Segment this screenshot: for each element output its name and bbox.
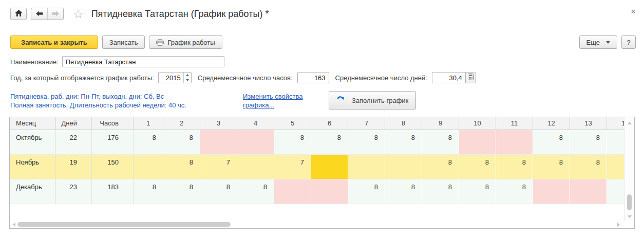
day-cell[interactable]: 8 [163,179,200,204]
table-row-Октябрь: Октябрь22176888888888 [10,130,624,155]
days-count-cell[interactable]: 22 [56,130,92,155]
day-cell[interactable]: 8 [200,179,237,204]
day-cell[interactable]: 8 [570,130,607,155]
history-nav [31,8,64,20]
day-cell[interactable] [311,179,348,204]
fill-schedule-button[interactable]: Заполнить график [329,91,416,110]
scroll-right-icon[interactable] [617,223,620,227]
grid-empty-area [10,204,624,221]
day-cell[interactable]: 8 [570,155,607,179]
name-input[interactable]: Пятидневка Татарстан [62,56,224,67]
column-header-day-3[interactable]: 3 [200,117,237,130]
column-header-day-14[interactable]: 14 [607,117,624,130]
column-header-day-7[interactable]: 7 [348,117,385,130]
scroll-left-icon[interactable] [13,223,15,227]
year-spin-down-button[interactable] [184,78,191,83]
vertical-scroll-thumb[interactable] [627,194,632,210]
days-count-cell[interactable]: 19 [56,155,92,179]
help-button[interactable]: ? [621,35,636,49]
day-cell[interactable]: 8 [163,130,200,155]
day-cell[interactable]: 8 [422,179,459,204]
day-cell[interactable] [237,130,274,155]
day-cell[interactable]: 8 [348,179,385,204]
day-cell[interactable]: 8 [348,130,385,155]
day-cell[interactable]: 8 [533,155,570,179]
save-button[interactable]: Записать [102,35,145,49]
day-cell[interactable] [607,130,624,155]
scroll-down-icon[interactable] [628,215,632,218]
column-header-day-12[interactable]: 12 [533,117,570,130]
day-cell[interactable] [385,155,422,179]
month-cell[interactable]: Ноябрь [10,155,56,179]
column-header-day-5[interactable]: 5 [274,117,311,130]
day-cell[interactable]: 8 [311,130,348,155]
day-cell[interactable] [200,130,237,155]
hours-count-cell[interactable]: 150 [92,155,134,179]
hours-count-cell[interactable]: 183 [92,179,134,204]
day-cell[interactable]: 8 [134,130,163,155]
day-cell[interactable] [237,155,274,179]
days-count-cell[interactable]: 23 [56,179,92,204]
day-cell[interactable] [607,155,624,179]
scroll-up-icon[interactable] [628,122,632,124]
column-header-day-1[interactable]: 1 [134,117,163,130]
column-header-day-2[interactable]: 2 [163,117,200,130]
day-cell[interactable]: 7 [274,155,311,179]
day-cell[interactable]: 8 [459,155,496,179]
year-value[interactable]: 2015 [159,72,183,83]
day-cell[interactable]: 8 [533,130,570,155]
vertical-scrollbar[interactable] [624,117,634,221]
column-header-day-13[interactable]: 13 [570,117,607,130]
column-header-day-9[interactable]: 9 [422,117,459,130]
day-cell[interactable]: 7 [200,155,237,179]
more-button[interactable]: Еще [579,35,617,49]
day-cell[interactable]: 8 [496,179,533,204]
day-cell[interactable]: 8 [385,179,422,204]
day-cell[interactable]: 8 [237,179,274,204]
day-cell[interactable] [607,179,624,204]
column-header-day-8[interactable]: 8 [385,117,422,130]
title-bar: ☆ Пятидневка Татарстан (График работы) * [10,7,623,21]
day-cell[interactable] [274,179,311,204]
year-input[interactable]: 2015 [158,72,192,83]
save-close-button[interactable]: Записать и закрыть [10,35,98,49]
calculate-button[interactable] [466,72,476,83]
day-cell[interactable]: 8 [134,179,163,204]
back-button[interactable] [31,8,47,20]
hours-count-cell[interactable]: 176 [92,130,134,155]
print-schedule-button[interactable]: График работы [149,35,222,49]
day-cell[interactable] [496,130,533,155]
column-header-hours[interactable]: Часов [92,117,134,130]
avg-days-input[interactable]: 30,4 [432,72,466,83]
day-cell[interactable]: 8 [459,179,496,204]
edit-properties-link[interactable]: Изменить свойства графика... [243,92,325,110]
day-cell[interactable] [570,179,607,204]
day-cell[interactable]: 8 [274,130,311,155]
favorite-star-icon[interactable]: ☆ [73,8,84,20]
column-header-day-6[interactable]: 6 [311,117,348,130]
day-cell[interactable] [459,130,496,155]
day-cell[interactable]: 8 [422,130,459,155]
column-header-day-10[interactable]: 10 [459,117,496,130]
avg-hours-input[interactable]: 163 [297,72,329,83]
day-cell[interactable] [348,155,385,179]
day-cell[interactable]: 8 [496,155,533,179]
home-button[interactable] [10,8,27,20]
day-cell[interactable] [134,155,163,179]
day-cell[interactable] [533,179,570,204]
month-cell[interactable]: Октябрь [10,130,56,155]
selected-day-cell[interactable] [311,155,348,179]
column-header-day-11[interactable]: 11 [496,117,533,130]
horizontal-scrollbar[interactable] [10,221,624,228]
day-cell[interactable]: 8 [385,130,422,155]
day-cell[interactable]: 8 [163,155,200,179]
forward-button[interactable] [47,8,63,20]
close-button[interactable]: × [631,8,636,15]
month-cell[interactable]: Декабрь [10,179,56,204]
day-cell[interactable]: 8 [422,155,459,179]
horizontal-scroll-thumb[interactable] [17,222,231,227]
column-header-day-4[interactable]: 4 [237,117,274,130]
column-header-month[interactable]: Месяц [10,117,56,130]
year-spin-up-button[interactable] [184,72,191,78]
column-header-days[interactable]: Дней [56,117,92,130]
